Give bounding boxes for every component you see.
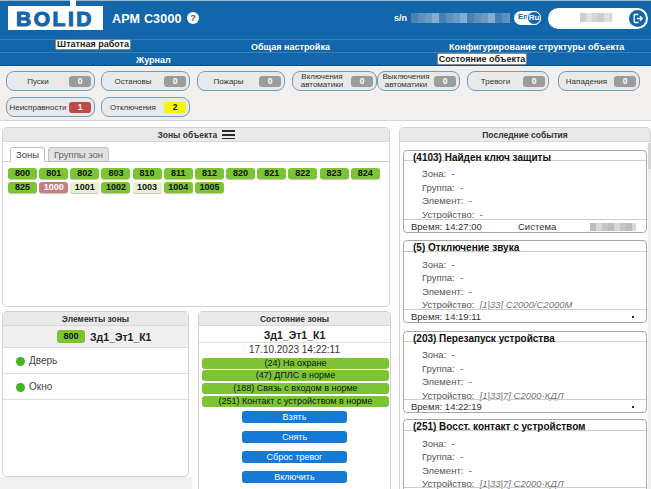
svg-text:BOLID: BOLID bbox=[16, 7, 94, 30]
